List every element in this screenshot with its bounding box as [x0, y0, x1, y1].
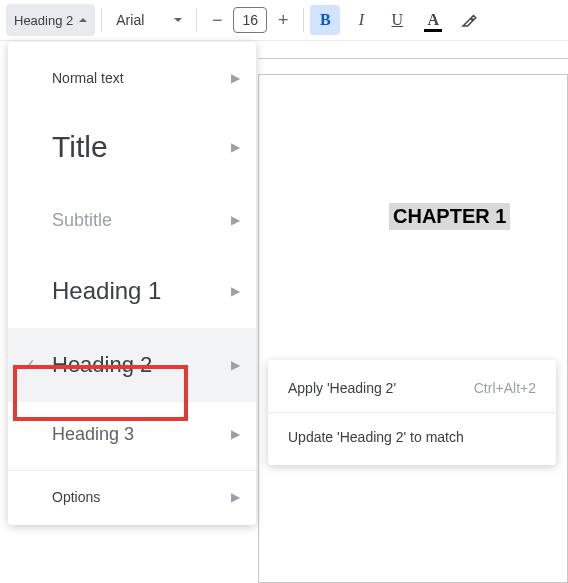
document-page[interactable]: CHAPTER 1 — [258, 74, 568, 583]
update-label: Update 'Heading 2' to match — [288, 429, 464, 445]
style-item-label: Heading 3 — [52, 424, 134, 445]
ruler — [258, 58, 568, 59]
style-item-normal-text[interactable]: Normal text▶ — [8, 48, 256, 108]
submenu-arrow-icon: ▶ — [231, 213, 240, 227]
style-item-title[interactable]: Title▶ — [8, 108, 256, 186]
paragraph-style-label: Heading 2 — [14, 13, 73, 28]
toolbar: Heading 2 Arial − 16 + B I U A — [0, 0, 568, 41]
decrease-font-size-button[interactable]: − — [203, 6, 231, 34]
separator — [196, 8, 197, 32]
submenu-separator — [268, 412, 556, 413]
separator — [101, 8, 102, 32]
font-family-dropdown[interactable]: Arial — [108, 4, 190, 36]
font-size-group: − 16 + — [203, 6, 297, 34]
dropdown-separator — [8, 470, 256, 471]
heading-2-submenu: Apply 'Heading 2' Ctrl+Alt+2 Update 'Hea… — [268, 360, 556, 465]
check-icon: ✓ — [22, 355, 36, 376]
submenu-arrow-icon: ▶ — [231, 490, 240, 504]
font-family-label: Arial — [116, 12, 144, 28]
submenu-arrow-icon: ▶ — [231, 284, 240, 298]
style-options-item[interactable]: Options▶ — [8, 475, 256, 519]
selected-heading-text[interactable]: CHAPTER 1 — [389, 203, 510, 230]
submenu-arrow-icon: ▶ — [231, 71, 240, 85]
style-item-label: Heading 1 — [52, 277, 161, 305]
style-item-label: Normal text — [52, 70, 124, 86]
apply-heading-2-item[interactable]: Apply 'Heading 2' Ctrl+Alt+2 — [268, 366, 556, 410]
apply-label: Apply 'Heading 2' — [288, 380, 396, 396]
separator — [303, 8, 304, 32]
paragraph-styles-menu: Normal text▶Title▶Subtitle▶Heading 1▶✓He… — [8, 42, 256, 525]
style-item-label: Subtitle — [52, 210, 112, 231]
font-size-input[interactable]: 16 — [233, 7, 267, 33]
apply-shortcut: Ctrl+Alt+2 — [474, 380, 536, 396]
style-item-heading-2[interactable]: ✓Heading 2▶ — [8, 328, 256, 402]
increase-font-size-button[interactable]: + — [269, 6, 297, 34]
caret-down-icon — [174, 18, 182, 22]
submenu-arrow-icon: ▶ — [231, 427, 240, 441]
style-item-subtitle[interactable]: Subtitle▶ — [8, 186, 256, 254]
style-item-label: Heading 2 — [52, 352, 152, 378]
update-heading-2-item[interactable]: Update 'Heading 2' to match — [268, 415, 556, 459]
style-item-heading-3[interactable]: Heading 3▶ — [8, 402, 256, 466]
style-item-heading-1[interactable]: Heading 1▶ — [8, 254, 256, 328]
bold-button[interactable]: B — [310, 5, 340, 35]
submenu-arrow-icon: ▶ — [231, 140, 240, 154]
style-item-label: Title — [52, 130, 108, 164]
options-label: Options — [52, 489, 100, 505]
underline-button[interactable]: U — [382, 5, 412, 35]
text-color-button[interactable]: A — [418, 5, 448, 35]
caret-up-icon — [79, 18, 87, 22]
paragraph-style-dropdown[interactable]: Heading 2 — [6, 4, 95, 36]
italic-button[interactable]: I — [346, 5, 376, 35]
highlight-color-button[interactable] — [454, 5, 484, 35]
submenu-arrow-icon: ▶ — [231, 358, 240, 372]
